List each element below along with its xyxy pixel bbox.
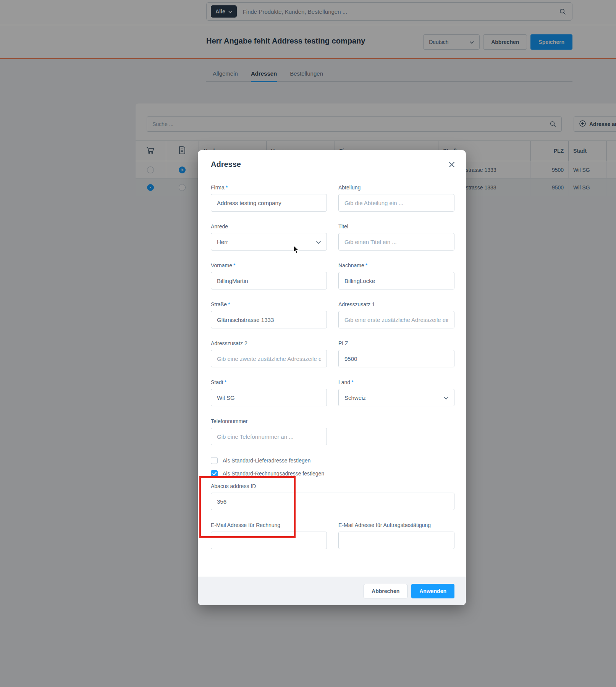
required-marker: * [226, 184, 228, 191]
strasse-input[interactable] [211, 311, 327, 328]
stadt-input[interactable] [211, 389, 327, 406]
email-auftrag-input[interactable] [338, 532, 454, 549]
modal-footer: Abbrechen Anwenden [198, 577, 466, 605]
firma-label: Firma* [211, 184, 327, 191]
titel-label: Titel [338, 223, 454, 230]
chevron-down-icon [316, 239, 321, 245]
modal-header: Adresse [198, 150, 466, 179]
nachname-input[interactable] [338, 272, 454, 289]
telefon-input[interactable] [211, 428, 327, 445]
firma-input[interactable] [211, 194, 327, 212]
abteilung-input[interactable] [338, 194, 454, 212]
anrede-label: Anrede [211, 223, 327, 230]
email-rechnung-input[interactable] [211, 532, 327, 549]
email-auftrag-label: E-Mail Adresse für Auftragsbestätigung [338, 522, 454, 528]
screen: Alle Finde Produkte, Kunden, Bestellunge… [0, 0, 616, 687]
plz-input[interactable] [338, 350, 454, 367]
default-billing-checkbox-label: Als Standard-Rechnungsadresse festlegen [223, 470, 324, 477]
adresszusatz2-label: Adresszusatz 2 [211, 340, 327, 346]
adresszusatz2-input[interactable] [211, 350, 327, 367]
land-select-value: Schweiz [344, 394, 366, 401]
required-marker: * [225, 379, 226, 385]
land-label: Land* [338, 379, 454, 385]
modal-apply-button[interactable]: Anwenden [411, 584, 454, 598]
anrede-select-value: Herr [217, 239, 228, 245]
modal-body: Firma* Abteilung Anrede Herr [198, 179, 466, 549]
anrede-select[interactable]: Herr [211, 233, 327, 251]
strasse-label: Straße* [211, 301, 327, 307]
abacus-address-id-input[interactable] [211, 493, 454, 510]
adresszusatz1-label: Adresszusatz 1 [338, 301, 454, 307]
required-marker: * [228, 301, 230, 307]
nachname-label: Nachname* [338, 262, 454, 268]
address-modal: Adresse Firma* Abteilung Anrede [198, 150, 466, 605]
default-shipping-checkbox[interactable] [211, 457, 218, 464]
modal-title: Adresse [211, 160, 241, 169]
email-rechnung-label: E-Mail Adresse für Rechnung [211, 522, 327, 528]
telefon-label: Telefonnummer [211, 418, 327, 424]
adresszusatz1-input[interactable] [338, 311, 454, 328]
stadt-label: Stadt* [211, 379, 327, 385]
chevron-down-icon [444, 394, 448, 401]
vorname-input[interactable] [211, 272, 327, 289]
required-marker: * [351, 379, 353, 385]
required-marker: * [233, 262, 235, 268]
land-select[interactable]: Schweiz [338, 389, 454, 406]
vorname-label: Vorname* [211, 262, 327, 268]
titel-input[interactable] [338, 233, 454, 251]
plz-label: PLZ [338, 340, 454, 346]
abacus-address-id-label: Abacus address ID [211, 483, 454, 489]
abteilung-label: Abteilung [338, 184, 454, 191]
default-billing-checkbox[interactable] [211, 470, 218, 477]
modal-cancel-button[interactable]: Abbrechen [364, 584, 407, 598]
check-icon [212, 472, 217, 475]
required-marker: * [365, 262, 367, 268]
close-icon[interactable] [449, 162, 454, 167]
default-shipping-checkbox-label: Als Standard-Lieferadresse festlegen [223, 457, 310, 464]
